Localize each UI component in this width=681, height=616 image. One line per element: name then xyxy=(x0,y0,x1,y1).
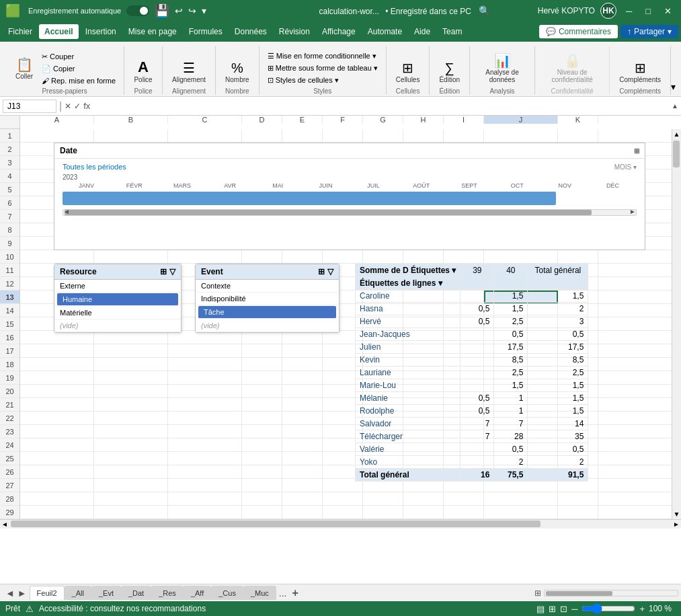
tab-nav[interactable]: ◄ ► xyxy=(3,588,30,599)
col-header-j[interactable]: J xyxy=(484,116,558,124)
cell-e1[interactable] xyxy=(282,129,323,142)
row-num-13[interactable]: 13 xyxy=(0,291,19,304)
scroll-thumb[interactable] xyxy=(673,141,680,167)
edition-button[interactable]: ∑ Édition xyxy=(435,59,464,86)
scroll-left-arrow[interactable]: ◄ xyxy=(63,208,70,215)
tab-res[interactable]: _Res xyxy=(151,586,184,600)
col-header-g[interactable]: G xyxy=(363,116,403,124)
resource-slicer[interactable]: Resource ⊞ ▽ Externe Humaine Matérielle … xyxy=(54,264,182,333)
row-num-22[interactable]: 22 xyxy=(0,412,19,425)
pivot-filter-dropdown-icon[interactable]: ▾ xyxy=(452,266,456,275)
menu-affichage[interactable]: Affichage xyxy=(317,24,361,39)
table-format-button[interactable]: ⊞ Mettre sous forme de tableau ▾ xyxy=(265,63,380,74)
resource-item-externe[interactable]: Externe xyxy=(54,280,181,293)
pivot-row-yoko[interactable]: Yoko 2 2 xyxy=(356,456,588,469)
vertical-scrollbar[interactable]: ▲ ▼ xyxy=(672,129,681,519)
hscroll-thumb[interactable] xyxy=(11,521,540,527)
event-item-vide[interactable]: (vide) xyxy=(196,319,339,332)
cell-j1[interactable] xyxy=(484,129,558,142)
view-pageview-icon[interactable]: ⊡ xyxy=(560,604,567,614)
hscroll-left-btn[interactable]: ◄ xyxy=(0,521,9,528)
row-num-27[interactable]: 27 xyxy=(0,479,19,492)
menu-accueil[interactable]: Accueil xyxy=(39,24,79,39)
number-button[interactable]: % Nombre xyxy=(221,59,253,86)
row-num-3[interactable]: 3 xyxy=(0,156,19,169)
pivot-row-salvador[interactable]: Salvador 7 7 14 xyxy=(356,418,588,430)
row-num-2[interactable]: 2 xyxy=(0,143,19,156)
confirm-formula-icon[interactable]: ✓ xyxy=(74,102,81,111)
row-num-15[interactable]: 15 xyxy=(0,317,19,331)
user-avatar[interactable]: HK xyxy=(600,3,616,19)
tab-evt[interactable]: _Evt xyxy=(91,586,121,600)
paste-button[interactable]: 📋 Coller xyxy=(11,55,38,83)
formula-input[interactable] xyxy=(93,100,669,112)
row-num-9[interactable]: 9 xyxy=(0,237,19,250)
col-header-k[interactable]: K xyxy=(558,116,598,124)
tab-more[interactable]: ... xyxy=(276,588,290,599)
menu-team[interactable]: Team xyxy=(437,24,467,39)
undo-icon[interactable]: ↩ xyxy=(175,5,183,16)
row-num-6[interactable]: 6 xyxy=(0,196,19,210)
cell-b1[interactable] xyxy=(94,129,168,142)
row-num-12[interactable]: 12 xyxy=(0,277,19,291)
row-num-28[interactable]: 28 xyxy=(0,492,19,506)
period-label[interactable]: Toutes les périodes xyxy=(63,163,126,171)
row-num-26[interactable]: 26 xyxy=(0,465,19,479)
pivot-row-rodolphe[interactable]: Rodolphe 0,5 1 1,5 xyxy=(356,405,588,418)
search-icon[interactable]: 🔍 xyxy=(479,5,490,16)
row-num-20[interactable]: 20 xyxy=(0,385,19,398)
conditional-format-button[interactable]: ☰ Mise en forme conditionnelle ▾ xyxy=(265,50,380,62)
pivot-corner-header[interactable]: Somme de D Étiquettes ▾ xyxy=(356,264,460,277)
redo-icon[interactable]: ↪ xyxy=(188,5,196,16)
cell-k1[interactable] xyxy=(558,129,598,142)
cell-h1[interactable] xyxy=(403,129,444,142)
date-filter-icon[interactable]: ⊞ xyxy=(634,147,639,155)
col-header-c[interactable]: C xyxy=(168,116,242,124)
pivot-row-herve[interactable]: Hervé 0,5 2,5 3 xyxy=(356,315,588,328)
resource-multiselect-icon[interactable]: ⊞ xyxy=(160,267,167,276)
horizontal-scrollbar[interactable]: ◄ ► xyxy=(0,519,681,529)
view-pagebreak-icon[interactable]: ⊞ xyxy=(549,604,556,614)
tab-aff[interactable]: _Aff xyxy=(184,586,211,600)
menu-insertion[interactable]: Insertion xyxy=(80,24,122,39)
event-item-tache[interactable]: Tâche xyxy=(198,306,336,319)
resource-item-vide[interactable]: (vide) xyxy=(54,319,181,332)
pivot-row-filter-icon[interactable]: ▾ xyxy=(438,278,442,288)
col-header-f[interactable]: F xyxy=(323,116,363,124)
cell-c1[interactable] xyxy=(168,129,242,142)
menu-mise-en-page[interactable]: Mise en page xyxy=(123,24,182,39)
scroll-down-btn[interactable]: ▼ xyxy=(672,509,681,519)
cell-styles-button[interactable]: ⊡ Styles de cellules ▾ xyxy=(265,75,380,86)
date-scroll-bar[interactable]: ◄ ► xyxy=(63,209,637,216)
resource-item-materielle[interactable]: Matérielle xyxy=(54,307,181,319)
close-button[interactable]: ✕ xyxy=(660,5,676,17)
row-num-14[interactable]: 14 xyxy=(0,304,19,317)
comments-button[interactable]: 💬 Commentaires xyxy=(539,25,618,38)
hscroll-right-btn[interactable]: ► xyxy=(672,521,681,528)
tab-cus[interactable]: _Cus xyxy=(211,586,243,600)
row-num-4[interactable]: 4 xyxy=(0,169,19,183)
col-header-i[interactable]: I xyxy=(444,116,484,124)
font-button[interactable]: A Police xyxy=(130,57,157,86)
pivot-row-header-label[interactable]: Étiquettes de lignes ▾ xyxy=(356,277,460,290)
pivot-row-telecharger[interactable]: Télécharger 7 28 35 xyxy=(356,430,588,443)
col-header-d[interactable]: D xyxy=(242,116,282,124)
row-num-8[interactable]: 8 xyxy=(0,223,19,237)
event-filter-icon[interactable]: ▽ xyxy=(327,267,333,276)
tab-split-icon[interactable]: ⊞ xyxy=(534,588,541,598)
event-item-indisponibilite[interactable]: Indisponibilité xyxy=(196,293,339,305)
row-num-29[interactable]: 29 xyxy=(0,506,19,519)
col-header-b[interactable]: B xyxy=(94,116,168,124)
row-num-23[interactable]: 23 xyxy=(0,425,19,438)
cell-reference-input[interactable] xyxy=(3,100,56,113)
more-icon[interactable]: ▾ xyxy=(202,5,206,16)
event-item-contexte[interactable]: Contexte xyxy=(196,280,339,293)
pivot-row-kevin[interactable]: Kevin 8,5 8,5 xyxy=(356,354,588,367)
event-slicer[interactable]: Event ⊞ ▽ Contexte Indisponibilité Tâche… xyxy=(195,264,339,333)
menu-formules[interactable]: Formules xyxy=(184,24,228,39)
zoom-level[interactable]: 100 % xyxy=(649,604,676,613)
scroll-up-btn[interactable]: ▲ xyxy=(672,129,681,139)
tab-muc[interactable]: _Muc xyxy=(243,586,276,600)
col-header-a[interactable]: A xyxy=(20,116,94,124)
cell-a1[interactable] xyxy=(20,129,94,142)
